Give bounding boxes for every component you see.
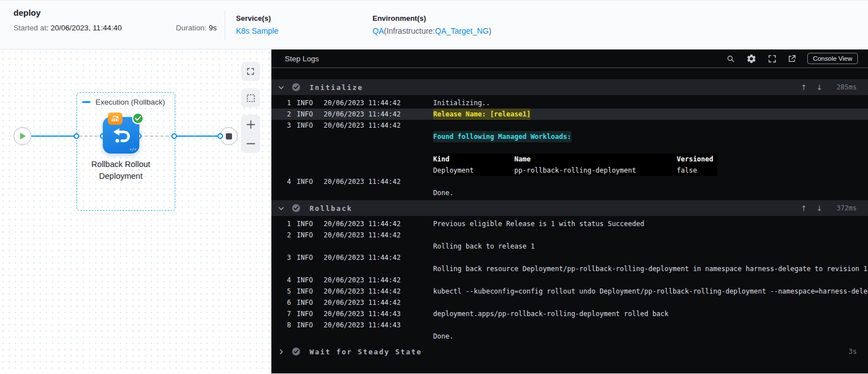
log-timestamp: 20/06/2023 11:44:42 bbox=[324, 229, 430, 241]
scroll-down-icon[interactable]: ↓ bbox=[816, 204, 822, 213]
log-section-header[interactable]: Initialize↑↓285ms bbox=[271, 79, 868, 95]
console-view-button[interactable]: Console View bbox=[807, 53, 858, 64]
section-duration: 3s bbox=[832, 348, 857, 355]
log-level: INFO bbox=[297, 286, 319, 297]
zoom-out-icon bbox=[246, 139, 256, 148]
log-line: 4INFO20/06/2023 11:44:42 bbox=[271, 274, 868, 286]
line-number bbox=[271, 154, 291, 165]
log-level bbox=[297, 142, 319, 154]
duration: Duration: 9s bbox=[176, 24, 217, 32]
duration-value: 9s bbox=[209, 24, 217, 32]
log-message: Initializing.. bbox=[433, 97, 490, 109]
code-glyph: </> bbox=[129, 147, 137, 152]
log-line: 3INFO20/06/2023 11:44:42 bbox=[271, 120, 868, 131]
execution-group-label: Execution (Rollback) bbox=[82, 98, 178, 106]
expand-logs-button[interactable] bbox=[767, 54, 777, 64]
log-line: 8INFO20/06/2023 11:44:43 bbox=[271, 319, 868, 331]
execution-header: deploy Started at: 20/06/2023, 11:44:40 … bbox=[0, 0, 868, 49]
line-number: 2 bbox=[271, 109, 291, 120]
settings-button[interactable] bbox=[746, 53, 757, 64]
line-number: 7 bbox=[271, 308, 291, 319]
log-level bbox=[297, 331, 319, 342]
log-line: Kind Name Versioned bbox=[271, 154, 868, 165]
log-message: Kind Name Versioned bbox=[433, 154, 717, 165]
log-section-lines: 1INFO20/06/2023 11:44:42Initializing..2I… bbox=[271, 97, 868, 199]
line-number: 4 bbox=[271, 176, 291, 187]
log-line: 1INFO20/06/2023 11:44:42Initializing.. bbox=[271, 97, 868, 109]
log-level: INFO bbox=[297, 109, 319, 120]
section-duration: 372ms bbox=[832, 204, 857, 212]
rollout-deployment-badge-icon bbox=[108, 112, 122, 125]
search-button[interactable] bbox=[726, 54, 735, 64]
fullscreen-icon bbox=[767, 54, 777, 64]
step-logs-title: Step Logs bbox=[285, 55, 319, 63]
log-level: INFO bbox=[297, 176, 319, 187]
log-timestamp: 20/06/2023 11:44:42 bbox=[324, 274, 430, 286]
log-level bbox=[297, 131, 319, 142]
rollback-arrow-icon bbox=[108, 123, 134, 148]
line-number bbox=[271, 131, 291, 142]
started-at-value: : 20/06/2023, 11:44:40 bbox=[47, 24, 122, 32]
log-section-header[interactable]: Rollback↑↓372ms bbox=[271, 200, 868, 216]
log-level: INFO bbox=[297, 229, 319, 241]
log-level bbox=[297, 165, 319, 176]
fullscreen-icon bbox=[246, 67, 255, 76]
log-message: Done. bbox=[433, 187, 453, 199]
log-line: 3INFO20/06/2023 11:44:42 bbox=[271, 252, 868, 263]
chevron-down-icon bbox=[278, 205, 285, 212]
service-link[interactable]: K8s Sample bbox=[236, 26, 278, 35]
log-level: INFO bbox=[297, 120, 319, 131]
line-number bbox=[271, 142, 291, 154]
settings-gear-icon bbox=[746, 53, 757, 64]
section-success-check-icon bbox=[292, 83, 301, 92]
log-timestamp: 20/06/2023 11:44:42 bbox=[324, 109, 430, 120]
log-timestamp bbox=[324, 331, 430, 342]
log-message: Done. bbox=[433, 331, 453, 342]
environments-label: Environment(s) bbox=[372, 14, 492, 22]
log-timestamp bbox=[324, 142, 430, 154]
log-line: 7INFO20/06/2023 11:44:43deployment.apps/… bbox=[271, 308, 868, 319]
line-number: 6 bbox=[271, 297, 291, 308]
play-icon bbox=[19, 132, 26, 140]
log-message: Previous eligible Release is 1 with stat… bbox=[433, 218, 644, 229]
canvas-fullscreen-button[interactable] bbox=[241, 62, 260, 81]
line-number: 4 bbox=[271, 274, 291, 286]
log-level bbox=[297, 154, 319, 165]
zoom-in-button[interactable] bbox=[241, 116, 260, 133]
log-section-header[interactable]: Wait for Steady State3s bbox=[271, 344, 868, 359]
log-message: Release Name: [release1] bbox=[433, 109, 530, 120]
scroll-up-icon[interactable]: ↑ bbox=[801, 204, 807, 213]
environment-link[interactable]: QA bbox=[372, 26, 384, 35]
chevron-down-icon bbox=[278, 84, 285, 91]
pipeline-canvas[interactable]: Execution (Rollback) </> bbox=[0, 49, 271, 373]
section-title: Wait for Steady State bbox=[310, 348, 422, 356]
stop-icon bbox=[226, 133, 232, 139]
scroll-up-icon[interactable]: ↑ bbox=[801, 83, 807, 92]
log-line: Rolling back to release 1 bbox=[271, 241, 868, 252]
log-level: INFO bbox=[297, 274, 319, 286]
canvas-marquee-select-button[interactable] bbox=[241, 88, 260, 107]
services-block: Service(s) K8s Sample bbox=[236, 14, 278, 36]
pipeline-start-node[interactable] bbox=[13, 127, 31, 145]
scroll-down-icon[interactable]: ↓ bbox=[816, 83, 822, 92]
zoom-out-button[interactable] bbox=[241, 135, 260, 152]
log-message: deployment.apps/pp-rollback-rolling-depl… bbox=[433, 308, 669, 319]
edge-group-to-end bbox=[175, 136, 220, 137]
collapse-group-icon[interactable] bbox=[82, 101, 90, 103]
header-divider bbox=[225, 11, 225, 40]
log-timestamp: 20/06/2023 11:44:42 bbox=[324, 286, 430, 297]
infrastructure-link[interactable]: QA_Target_NG bbox=[435, 26, 489, 35]
log-timestamp: 20/06/2023 11:44:43 bbox=[324, 319, 430, 331]
open-in-new-icon bbox=[788, 54, 797, 63]
port-dot bbox=[171, 133, 177, 139]
log-line: 1INFO20/06/2023 11:44:42Previous eligibl… bbox=[271, 218, 868, 229]
line-number bbox=[271, 263, 291, 274]
log-line: Done. bbox=[271, 331, 868, 342]
log-timestamp: 20/06/2023 11:44:42 bbox=[324, 252, 430, 263]
line-number: 1 bbox=[271, 97, 291, 109]
open-in-new-button[interactable] bbox=[788, 54, 797, 63]
log-line bbox=[271, 142, 868, 154]
started-at: Started at: 20/06/2023, 11:44:40 bbox=[13, 24, 122, 32]
log-level: INFO bbox=[297, 308, 319, 319]
section-success-check-icon bbox=[292, 347, 301, 356]
